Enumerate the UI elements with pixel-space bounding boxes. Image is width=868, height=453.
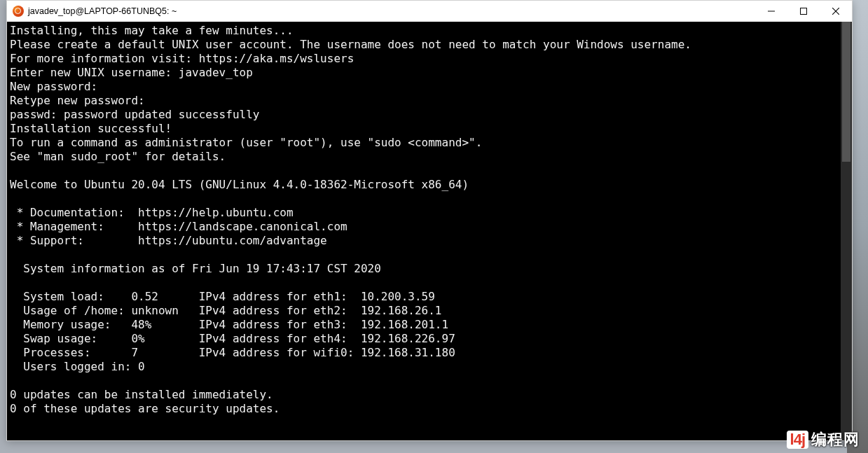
terminal-line: Installing, this may take a few minutes.… xyxy=(10,24,294,37)
terminal-line: * Documentation: https://help.ubuntu.com xyxy=(10,206,294,219)
terminal-line: Swap usage: 0% IPv4 address for eth4: 19… xyxy=(10,332,455,345)
terminal-line: See "man sudo_root" for details. xyxy=(10,150,226,163)
minimize-button[interactable] xyxy=(755,1,787,22)
terminal-line: Please create a default UNIX user accoun… xyxy=(10,38,691,51)
terminal-line: Installation successful! xyxy=(10,122,172,135)
maximize-icon xyxy=(800,8,807,15)
terminal-line: passwd: password updated successfully xyxy=(10,108,259,121)
vertical-scrollbar[interactable] xyxy=(841,22,852,440)
window-title: javadev_top@LAPTOP-66TUNBQ5: ~ xyxy=(28,6,755,16)
terminal-line: 0 updates can be installed immediately. xyxy=(10,388,273,401)
watermark-text: 编程网 xyxy=(811,429,860,450)
terminal-line: New password: xyxy=(10,80,97,93)
svg-rect-1 xyxy=(801,8,807,15)
terminal-line: To run a command as administrator (user … xyxy=(10,136,482,149)
terminal-line: Usage of /home: unknown IPv4 address for… xyxy=(10,304,442,317)
maximize-button[interactable] xyxy=(787,1,820,22)
window-controls xyxy=(755,1,852,22)
terminal-line: Processes: 7 IPv4 address for wifi0: 192… xyxy=(10,346,455,359)
scrollbar-thumb[interactable] xyxy=(842,22,850,162)
terminal-line: Enter new UNIX username: javadev_top xyxy=(10,66,253,79)
terminal-line: * Management: https://landscape.canonica… xyxy=(10,220,347,233)
terminal-window: javadev_top@LAPTOP-66TUNBQ5: ~ Installin… xyxy=(6,0,853,441)
terminal-line: System load: 0.52 IPv4 address for eth1:… xyxy=(10,290,435,303)
terminal-line: Users logged in: 0 xyxy=(10,360,145,373)
close-button[interactable] xyxy=(820,1,852,22)
ubuntu-icon xyxy=(13,6,24,17)
terminal-line: Retype new password: xyxy=(10,94,145,107)
terminal-line: Memory usage: 48% IPv4 address for eth3:… xyxy=(10,318,448,331)
terminal-line: For more information visit: https://aka.… xyxy=(10,52,354,65)
watermark: l4j 编程网 xyxy=(787,429,860,450)
terminal-line: 0 of these updates are security updates. xyxy=(10,402,280,415)
terminal-output[interactable]: Installing, this may take a few minutes.… xyxy=(7,22,852,440)
close-icon xyxy=(832,8,839,15)
terminal-line: Welcome to Ubuntu 20.04 LTS (GNU/Linux 4… xyxy=(10,178,469,191)
watermark-logo: l4j xyxy=(787,431,808,449)
title-bar[interactable]: javadev_top@LAPTOP-66TUNBQ5: ~ xyxy=(7,1,852,22)
minimize-icon xyxy=(768,8,775,15)
terminal-line: * Support: https://ubuntu.com/advantage xyxy=(10,234,327,247)
terminal-line: System information as of Fri Jun 19 17:4… xyxy=(10,262,381,275)
